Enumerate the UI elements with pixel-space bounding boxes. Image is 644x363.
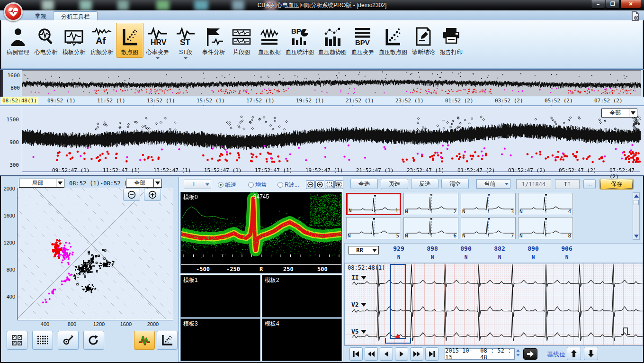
- toolbar-diagnosis[interactable]: 诊断结论: [410, 23, 437, 58]
- baseline-up-button[interactable]: [567, 347, 581, 360]
- selected-beat-rectangle[interactable]: [390, 264, 406, 339]
- beat-thumbnail-5[interactable]: N5: [346, 217, 401, 239]
- trend1-canvas[interactable]: [22, 71, 641, 96]
- scatter-view-toggle-button[interactable]: [157, 331, 178, 350]
- fast-forward-button[interactable]: [410, 347, 423, 361]
- radio-r-wave[interactable]: R波...: [277, 181, 299, 189]
- radio-paper-speed[interactable]: 纸速: [218, 181, 236, 189]
- template-zoom-out-button[interactable]: [306, 180, 315, 189]
- toolbar-event-analysis[interactable]: 事件分析: [200, 23, 227, 58]
- settings-button[interactable]: [58, 331, 79, 350]
- trend2-canvas[interactable]: [22, 108, 641, 168]
- refresh-button[interactable]: [83, 331, 104, 350]
- first-beat-button[interactable]: [349, 347, 363, 361]
- scatter-zoom-in-button[interactable]: [144, 189, 161, 201]
- clear-selection-button[interactable]: 清空: [441, 179, 469, 189]
- scatter-canvas[interactable]: [18, 188, 173, 319]
- app-logo-heart[interactable]: [4, 2, 23, 21]
- invert-selection-button[interactable]: 反选: [411, 179, 438, 189]
- grid-scatter-icon: [11, 335, 23, 346]
- toolbar-ecg-analysis[interactable]: 心电分析: [32, 23, 60, 58]
- spin-down-icon[interactable]: [517, 354, 520, 356]
- scroll-up-button[interactable]: [633, 193, 639, 199]
- time-tick: 19:52:47 (1): [305, 167, 343, 173]
- template-3-cell[interactable]: 模板3: [180, 318, 260, 361]
- tab-analysis-toolbar[interactable]: 分析工具栏: [53, 11, 98, 20]
- template-lead-dropdown[interactable]: I: [184, 180, 211, 189]
- rr-trend-chart[interactable]: 1500 900 300 09:52:47 (1) 11:52:47 (1) 1…: [0, 106, 644, 176]
- template-2-cell[interactable]: 模板2: [262, 275, 342, 318]
- save-button[interactable]: 保存: [599, 179, 634, 190]
- st-icon: ST: [176, 24, 196, 47]
- spin-up-icon[interactable]: [517, 349, 520, 352]
- restore-button[interactable]: ❐: [606, 0, 620, 9]
- datetime-field[interactable]: 2015-10-13 08 : 52 : 48: [445, 348, 515, 360]
- trend-strip-chart[interactable]: [22, 70, 641, 96]
- toolbar-bp-statistics[interactable]: BP 血压统计图: [284, 23, 316, 58]
- radio-gain[interactable]: 增益: [248, 181, 267, 189]
- beat-thumbnail-1[interactable]: N1: [346, 193, 401, 215]
- scrollbar-thumb[interactable]: [634, 200, 639, 205]
- scroll-down-button[interactable]: [633, 233, 639, 239]
- select-page-button[interactable]: 页选: [381, 179, 408, 189]
- time-tick: 15:52:47 (1): [204, 167, 242, 173]
- template-4-cell[interactable]: 模板4: [262, 318, 342, 361]
- select-all-button[interactable]: 全选: [350, 179, 378, 189]
- beat-thumbnail-4[interactable]: N4: [518, 193, 573, 215]
- ecg-strip-view[interactable]: 08:52:48(1) II V2 V5: [344, 263, 643, 345]
- next-beat-button[interactable]: [395, 347, 408, 361]
- beat-view-toggle-button[interactable]: [134, 331, 155, 350]
- beat-thumbnail-8[interactable]: N8: [518, 217, 573, 239]
- toolbar-bp-data[interactable]: 血压数据: [256, 23, 283, 58]
- list-view-button[interactable]: [32, 331, 53, 350]
- scatter-zoom-out-button[interactable]: [123, 189, 140, 201]
- scatter-mode-dropdown[interactable]: 局部: [19, 179, 64, 188]
- svg-text:HRV: HRV: [151, 38, 167, 46]
- last-beat-button[interactable]: [425, 347, 438, 361]
- beat-thumbnail-6[interactable]: N6: [403, 217, 458, 239]
- toolbar-bp-variability[interactable]: BPV 血压变异: [349, 23, 376, 58]
- selected-beat-marker: [395, 334, 401, 338]
- toolbar-bp-trend[interactable]: 血压趋势图: [316, 23, 349, 58]
- toolbar-scatter-plot[interactable]: 散点图: [116, 23, 143, 58]
- toolbar-af-analysis[interactable]: Af 房颤分析: [88, 23, 116, 58]
- toolbar-hrv[interactable]: HRV 心率变异: [144, 23, 171, 61]
- beat-annotation: N: [456, 254, 476, 260]
- poincare-scatter-plot[interactable]: [17, 188, 173, 320]
- time-spinner[interactable]: [516, 349, 520, 357]
- beat-thumbnail-7[interactable]: N7: [461, 217, 516, 239]
- beat-thumbnail-3[interactable]: N3: [461, 193, 516, 215]
- template-0-heatmap[interactable]: 模板0 94745 -500 -250 R 250 500: [180, 192, 342, 273]
- fast-rewind-button[interactable]: [365, 347, 378, 361]
- go-to-time-button[interactable]: [523, 348, 537, 360]
- close-button[interactable]: ✕: [620, 0, 641, 9]
- scatter-ytick: 1200: [2, 240, 15, 245]
- template-pointer-button[interactable]: [331, 181, 339, 189]
- baseline-down-button[interactable]: [584, 347, 598, 360]
- toolbar-print-report[interactable]: 报告打印: [438, 23, 465, 58]
- toolbar-template-analysis[interactable]: 模板分析: [60, 23, 88, 58]
- trend1-time-axis[interactable]: 08:52:48(1) 09:52 (1) 11:52 (1) 13:52 (1…: [0, 97, 644, 106]
- heart-icon: [7, 6, 19, 18]
- multi-scatter-view-button[interactable]: [7, 331, 27, 350]
- more-options-button[interactable]: ...: [583, 179, 596, 189]
- toolbar-case-management[interactable]: 病例管理: [4, 23, 32, 58]
- tab-normal[interactable]: 常规: [27, 11, 54, 20]
- time-cursor-highlight[interactable]: 08:52:48(1): [1, 97, 38, 104]
- minimize-button[interactable]: –: [591, 0, 605, 9]
- toolbar-st-segment[interactable]: ST ST段: [172, 23, 199, 61]
- thumbnail-scrollbar[interactable]: [633, 192, 640, 240]
- toolbar-bp-scatter[interactable]: 血压散点图: [377, 23, 409, 58]
- previous-beat-button[interactable]: [380, 347, 393, 361]
- template-zoom-in-button[interactable]: [315, 180, 324, 189]
- template-1-cell[interactable]: 模板1: [180, 275, 260, 318]
- current-page-dropdown[interactable]: 当前: [476, 179, 510, 189]
- toolbar-fragment-chart[interactable]: 片段图: [228, 23, 255, 58]
- trend2-range-dropdown[interactable]: 全部: [601, 109, 637, 118]
- document-status-icon[interactable]: [631, 11, 639, 22]
- beat-thumbnail-2[interactable]: N2: [403, 193, 458, 215]
- scatter-filter-dropdown[interactable]: 全部: [126, 179, 162, 188]
- flag-icon: [203, 24, 224, 47]
- template-heatmap-canvas[interactable]: [181, 192, 341, 263]
- rr-mode-dropdown[interactable]: RR: [349, 246, 379, 254]
